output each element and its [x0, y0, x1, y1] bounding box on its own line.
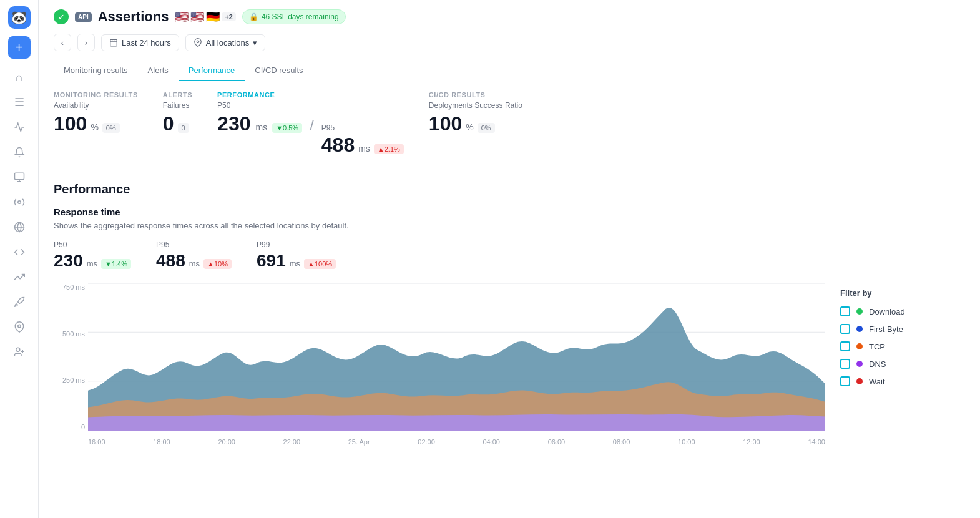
p50-unit: ms [255, 122, 267, 132]
x-label-3: 22:00 [283, 438, 301, 446]
rocket-icon[interactable] [8, 291, 31, 313]
p95-metric-badge: ▲10% [203, 259, 232, 269]
x-label-11: 14:00 [808, 438, 825, 446]
monitoring-value: 100 [54, 112, 87, 135]
plus-badge[interactable]: +2 [222, 12, 236, 21]
filter-checkbox-wait[interactable] [840, 376, 850, 386]
header-top: ✓ API Assertions 🇺🇸 🇺🇸 🇩🇪 +2 🔒 46 SSL da… [54, 9, 965, 25]
x-label-0: 16:00 [88, 438, 105, 446]
cicd-sublabel: Deployments Success Ratio [429, 101, 522, 110]
chart-container: 750 ms 500 ms 250 ms 0 [54, 283, 825, 446]
p99-metric-badge: ▲100% [304, 259, 336, 269]
p50-label: P50 [217, 101, 230, 110]
p50-metric: P50 230 ms ▼1.4% [54, 240, 131, 271]
filter-label-wait: Wait [869, 377, 885, 386]
location-icon[interactable] [8, 316, 31, 338]
filter-checkbox-firstbyte[interactable] [840, 324, 850, 334]
chart-wrapper: 750 ms 500 ms 250 ms 0 [54, 283, 965, 446]
filter-panel: Filter by Download First Byte TCP [840, 283, 965, 394]
location-label: All locations [206, 38, 249, 47]
svg-point-6 [17, 325, 21, 328]
p95-metric-label: P95 [156, 240, 232, 249]
add-button[interactable]: + [8, 36, 31, 59]
performance-p-labels: P50 [217, 101, 404, 110]
time-range-button[interactable]: Last 24 hours [101, 34, 179, 51]
firstbyte-dot [856, 326, 863, 332]
home-icon[interactable]: ⌂ [8, 66, 31, 89]
svg-point-3 [17, 201, 21, 204]
filter-item-tcp: TCP [840, 341, 965, 351]
status-icon: ✓ [54, 9, 69, 24]
main-content: ✓ API Assertions 🇺🇸 🇺🇸 🇩🇪 +2 🔒 46 SSL da… [39, 0, 980, 518]
cicd-label: CI/CD RESULTS [429, 91, 522, 99]
p95-label: P95 [321, 124, 404, 132]
monitoring-sublabel: Availability [54, 101, 138, 110]
filter-item-wait: Wait [840, 376, 965, 386]
perf-metrics: P50 230 ms ▼1.4% P95 488 ms ▲10% P99 691 [54, 240, 965, 271]
chart-y-labels: 750 ms 500 ms 250 ms 0 [54, 283, 85, 446]
monitoring-label: MONITORING RESULTS [54, 91, 138, 99]
monitoring-badge: 0% [102, 123, 120, 133]
chart-svg-wrapper [88, 283, 825, 431]
prev-button[interactable]: ‹ [54, 34, 71, 51]
filter-label-firstbyte: First Byte [869, 325, 903, 334]
p50-metric-unit: ms [87, 259, 97, 268]
section-title: Performance [54, 182, 965, 197]
dns-dot [856, 361, 863, 367]
stat-alerts: ALERTS Failures 0 0 [163, 91, 192, 157]
subsection-desc: Shows the aggregated response times acro… [54, 221, 965, 230]
list-icon[interactable]: ☰ [8, 91, 31, 114]
p99-metric-unit: ms [290, 259, 300, 268]
location-pin-icon [194, 38, 202, 47]
cicd-value-row: 100 % 0% [429, 112, 522, 135]
bell-icon[interactable] [8, 141, 31, 164]
tab-monitoring[interactable]: Monitoring results [54, 61, 138, 81]
filter-title: Filter by [840, 288, 965, 298]
tools-icon[interactable] [8, 191, 31, 213]
x-label-9: 10:00 [678, 438, 695, 446]
p99-metric-value-row: 691 ms ▲100% [257, 251, 336, 271]
globe-icon[interactable] [8, 216, 31, 238]
filter-checkbox-dns[interactable] [840, 359, 850, 369]
p99-metric-label: P99 [257, 240, 336, 249]
time-range-label: Last 24 hours [122, 38, 171, 47]
p95-metric-value: 488 [156, 251, 185, 271]
filter-item-firstbyte: First Byte [840, 324, 965, 334]
filter-label-dns: DNS [869, 359, 886, 369]
p50-metric-badge: ▼1.4% [101, 259, 131, 269]
location-button[interactable]: All locations ▾ [185, 34, 265, 51]
slash-divider: / [310, 117, 314, 134]
content-area: Performance Response time Shows the aggr… [39, 167, 980, 518]
ssl-badge: 🔒 46 SSL days remaining [242, 9, 346, 24]
page-title: Assertions [98, 9, 169, 25]
flag-us-1: 🇺🇸 [175, 10, 189, 24]
y-label-500: 500 ms [54, 330, 85, 338]
monitoring-value-row: 100 % 0% [54, 112, 138, 135]
code-icon[interactable] [8, 241, 31, 263]
stat-cicd: CI/CD RESULTS Deployments Success Ratio … [429, 91, 522, 157]
user-plus-icon[interactable] [8, 341, 31, 363]
monitor-icon[interactable] [8, 166, 31, 188]
p50-metric-value-row: 230 ms ▼1.4% [54, 251, 131, 271]
performance-label: PERFORMANCE [217, 91, 404, 99]
filter-checkbox-tcp[interactable] [840, 341, 850, 351]
activity-icon[interactable] [8, 116, 31, 139]
next-button[interactable]: › [77, 34, 95, 51]
x-label-8: 08:00 [613, 438, 630, 446]
chart-icon[interactable] [8, 266, 31, 288]
toolbar: ‹ › Last 24 hours All locations ▾ [54, 34, 965, 51]
x-label-4: 25. Apr [348, 438, 370, 446]
tab-alerts[interactable]: Alerts [138, 61, 179, 81]
stat-monitoring: MONITORING RESULTS Availability 100 % 0% [54, 91, 138, 157]
p50-value: 230 [217, 112, 250, 135]
tab-performance[interactable]: Performance [179, 61, 245, 81]
x-label-7: 06:00 [548, 438, 566, 446]
api-badge: API [75, 12, 92, 22]
x-label-5: 02:00 [418, 438, 435, 446]
cicd-value: 100 [429, 112, 462, 135]
stat-performance: PERFORMANCE P50 230 ms ▼0.5% / P95 488 m… [217, 91, 404, 157]
logo: 🐼 [8, 6, 31, 29]
filter-checkbox-download[interactable] [840, 306, 850, 316]
tab-cicd[interactable]: CI/CD results [245, 61, 313, 81]
chart-dns-area [88, 414, 825, 431]
